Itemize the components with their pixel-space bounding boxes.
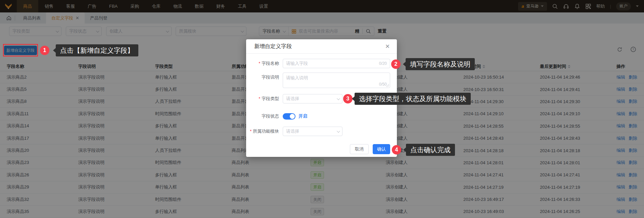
step-badge-4: 4 [392, 145, 401, 155]
close-icon[interactable]: ✕ [384, 43, 391, 50]
step-tooltip-2: 填写字段名称及说明 [406, 58, 475, 70]
field-name-counter: 0/20 [379, 61, 387, 66]
step-badge-2: 2 [391, 59, 401, 69]
field-name-placeholder: 请输入字段 [286, 60, 308, 67]
field-status-label: 字段状态 [246, 112, 283, 121]
step-tooltip-4: 点击确认完成 [406, 144, 455, 156]
step-badge-3: 3 [343, 94, 353, 103]
field-desc-textarea[interactable]: 请输入说明 0/50 [283, 73, 390, 88]
modal-header: 新增自定义字段 [246, 39, 397, 54]
module-label: 所属功能模块 [246, 127, 283, 136]
field-type-select[interactable]: 请选择 [283, 94, 342, 103]
step-tooltip-3: 选择字段类型，状态及所属功能模块 [355, 93, 471, 105]
field-name-label: 字段名称 [246, 59, 283, 68]
field-desc-counter: 0/50 [379, 82, 387, 87]
chevron-down-icon [337, 129, 340, 133]
field-name-input[interactable]: 请输入字段 0/20 [283, 59, 390, 68]
modal-footer: 取消 确认 [350, 144, 390, 154]
step-tooltip-1: 点击【新增自定义字段】 [56, 44, 138, 56]
confirm-button[interactable]: 确认 [373, 144, 390, 154]
cancel-button[interactable]: 取消 [350, 144, 369, 154]
field-desc-label: 字段说明 [246, 73, 283, 82]
field-status-toggle[interactable] [283, 113, 295, 120]
module-select[interactable]: 请选择 [283, 127, 342, 136]
field-type-label: 字段类型 [246, 94, 283, 103]
step-badge-1: 1 [40, 46, 49, 55]
field-desc-placeholder: 请输入说明 [286, 75, 308, 80]
step1-highlight-box [3, 44, 38, 56]
field-status-value: 开启 [298, 112, 307, 121]
modal-title: 新增自定义字段 [254, 43, 292, 50]
module-placeholder: 请选择 [286, 128, 299, 134]
chevron-down-icon [337, 97, 340, 100]
field-type-placeholder: 请选择 [286, 96, 299, 102]
